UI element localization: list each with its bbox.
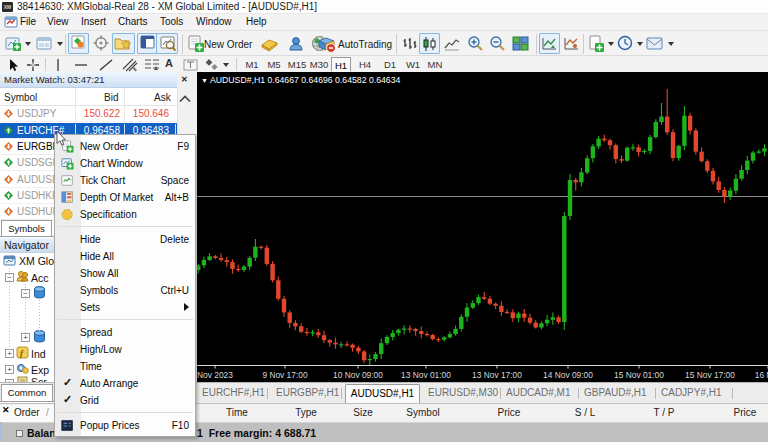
svg-text:13 Nov 17:00: 13 Nov 17:00	[472, 370, 522, 380]
svg-text:AUDUSD#,H1 0.64667 0.64696 0.: AUDUSD#,H1 0.64667 0.64696 0.64582 0.646…	[210, 75, 400, 85]
svg-text:10 Nov 09:00: 10 Nov 09:00	[333, 370, 383, 380]
svg-text:13 Nov 01:00: 13 Nov 01:00	[401, 370, 451, 380]
svg-text:14 Nov 09:00: 14 Nov 09:00	[543, 370, 593, 380]
svg-text:9 Nov 17:00: 9 Nov 17:00	[262, 370, 308, 380]
svg-text:Nov 2023: Nov 2023	[197, 370, 233, 380]
svg-text:15 Nov 01:00: 15 Nov 01:00	[614, 370, 664, 380]
svg-text:16 Nov: 16 Nov	[755, 370, 768, 380]
svg-text:15 Nov 17:00: 15 Nov 17:00	[685, 370, 735, 380]
svg-text:▼: ▼	[201, 77, 208, 84]
